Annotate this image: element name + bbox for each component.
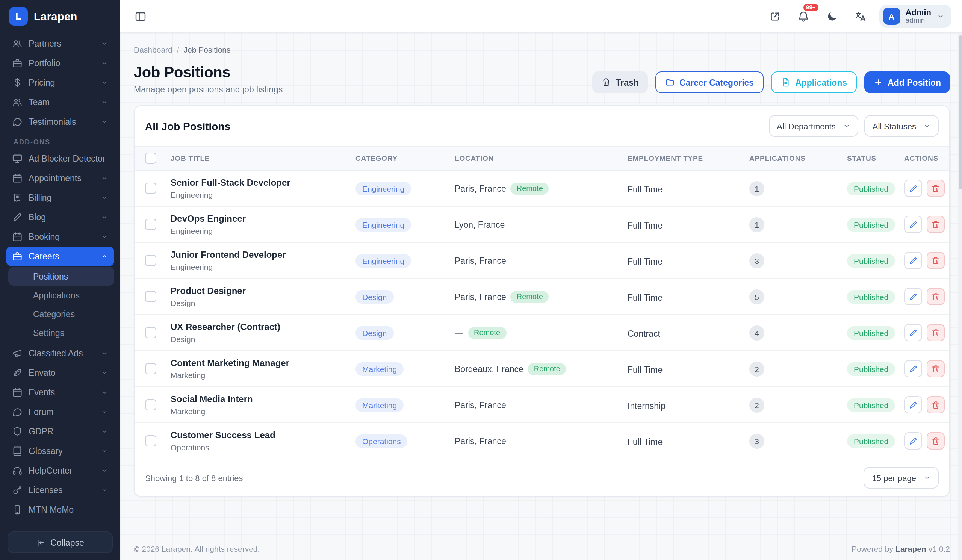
chevron-down-icon — [101, 174, 108, 182]
chevron-down-icon — [101, 98, 108, 106]
breadcrumb: Dashboard / Job Positions — [134, 45, 950, 54]
powered-brand[interactable]: Larapen — [896, 544, 926, 553]
sidebar-item-portfolio[interactable]: Portfolio — [6, 53, 114, 73]
row-checkbox[interactable] — [145, 291, 157, 302]
row-checkbox[interactable] — [145, 327, 157, 338]
sidebar-item-label: Ad Blocker Detector — [29, 154, 106, 163]
notifications-button[interactable]: 99+ — [794, 6, 813, 26]
delete-button[interactable] — [926, 252, 945, 269]
page-subtitle: Manage open positions and job listings — [134, 85, 282, 94]
row-checkbox[interactable] — [145, 255, 157, 266]
chevron-down-icon — [101, 486, 108, 494]
add-position-button[interactable]: Add Position — [864, 71, 950, 93]
add-position-label: Add Position — [888, 78, 941, 87]
edit-button[interactable] — [904, 432, 922, 450]
edit-button[interactable] — [904, 324, 922, 341]
delete-button[interactable] — [926, 432, 945, 450]
sidebar-item-envato[interactable]: Envato — [6, 363, 114, 382]
category-badge: Engineering — [355, 182, 411, 195]
chevron-down-icon — [923, 122, 931, 130]
sidebar-item-gdpr[interactable]: GDPR — [6, 422, 114, 441]
external-link-button[interactable] — [765, 6, 784, 26]
sidebar-subitem-positions[interactable]: Positions — [8, 267, 114, 286]
dark-mode-button[interactable] — [822, 6, 842, 26]
sidebar-item-ad-blocker-detector[interactable]: Ad Blocker Detector — [6, 149, 114, 168]
sidebar-item-glossary[interactable]: Glossary — [6, 441, 114, 461]
edit-button[interactable] — [904, 396, 922, 413]
select-all-checkbox[interactable] — [145, 153, 157, 164]
calendar-icon — [12, 231, 23, 242]
chevron-down-icon — [101, 213, 108, 221]
delete-button[interactable] — [926, 288, 945, 305]
job-title: UX Researcher (Contract) — [171, 322, 344, 332]
remote-badge: Remote — [528, 363, 566, 375]
sidebar-item-helpcenter[interactable]: HelpCenter — [6, 461, 114, 480]
edit-button[interactable] — [904, 360, 922, 378]
departments-filter[interactable]: All Departments — [768, 115, 858, 137]
row-checkbox[interactable] — [145, 182, 157, 194]
row-checkbox[interactable] — [145, 219, 157, 230]
edit-button[interactable] — [904, 180, 922, 197]
brand[interactable]: L Larapen — [0, 0, 120, 32]
row-checkbox[interactable] — [145, 363, 157, 374]
job-department: Design — [171, 334, 344, 344]
app-root: L Larapen Partners Portfolio Pricing Tea… — [0, 0, 962, 560]
sidebar-item-appointments[interactable]: Appointments — [6, 168, 114, 188]
pencil-icon — [909, 292, 918, 301]
scrollbar-thumb[interactable] — [959, 36, 962, 189]
sidebar-item-blog[interactable]: Blog — [6, 207, 114, 227]
trash-button[interactable]: Trash — [592, 71, 648, 93]
delete-button[interactable] — [926, 396, 945, 413]
edit-button[interactable] — [904, 288, 922, 305]
delete-button[interactable] — [926, 216, 945, 233]
sidebar-item-team[interactable]: Team — [6, 92, 114, 112]
sidebar-item-pricing[interactable]: Pricing — [6, 73, 114, 92]
column-location: LOCATION — [449, 146, 621, 170]
per-page-select[interactable]: 15 per page — [864, 467, 939, 489]
sidebar-item-label: Forum — [29, 407, 53, 416]
sidebar-item-partners[interactable]: Partners — [6, 34, 114, 53]
sidebar-item-licenses[interactable]: Licenses — [6, 480, 114, 500]
chevron-down-icon — [101, 389, 108, 396]
brand-logo: L — [9, 7, 28, 26]
applications-button[interactable]: Applications — [771, 71, 857, 93]
sidebar-item-classified-ads[interactable]: Classified Ads — [6, 344, 114, 363]
delete-button[interactable] — [926, 324, 945, 341]
positions-table: JOB TITLE CATEGORY LOCATION EMPLOYMENT T… — [134, 146, 950, 459]
sidebar-item-mtn-momo[interactable]: MTN MoMo — [6, 500, 114, 520]
sidebar-subitem-applications[interactable]: Applications — [8, 286, 114, 304]
sidebar-item-events[interactable]: Events — [6, 382, 114, 402]
avatar: A — [883, 8, 901, 25]
delete-button[interactable] — [926, 360, 945, 378]
powered-prefix: Powered by — [852, 544, 893, 553]
column-category: CATEGORY — [349, 146, 449, 170]
trash-button-label: Trash — [616, 78, 639, 87]
sidebar-item-booking[interactable]: Booking — [6, 227, 114, 247]
sidebar-item-forum[interactable]: Forum — [6, 402, 114, 422]
sidebar-item-testimonials[interactable]: Testimonials — [6, 112, 114, 132]
row-checkbox[interactable] — [145, 435, 157, 447]
sidebar-toggle-button[interactable] — [131, 6, 150, 26]
sidebar-nav: Partners Portfolio Pricing Team Testimon… — [0, 32, 120, 525]
edit-button[interactable] — [904, 252, 922, 269]
sidebar-subitem-categories[interactable]: Categories — [8, 304, 114, 323]
sidebar-subitem-settings[interactable]: Settings — [8, 323, 114, 342]
language-button[interactable] — [851, 6, 870, 26]
career-categories-button[interactable]: Career Categories — [655, 71, 763, 93]
collapse-sidebar-button[interactable]: Collapse — [8, 531, 113, 553]
page-scrollbar[interactable] — [958, 33, 962, 560]
status-badge: Published — [847, 362, 895, 376]
sidebar-item-label: Events — [29, 388, 55, 397]
dollar-icon — [12, 77, 23, 88]
breadcrumb-dashboard[interactable]: Dashboard — [134, 45, 173, 54]
user-menu[interactable]: A Admin admin — [879, 4, 951, 28]
sidebar-item-label: Envato — [29, 368, 56, 378]
row-checkbox[interactable] — [145, 399, 157, 410]
edit-button[interactable] — [904, 216, 922, 233]
statuses-filter[interactable]: All Statuses — [864, 115, 939, 137]
delete-button[interactable] — [926, 180, 945, 197]
chevron-up-icon — [101, 253, 108, 260]
sidebar-item-billing[interactable]: Billing — [6, 188, 114, 207]
sidebar-item-careers[interactable]: Careers — [6, 247, 114, 266]
job-title: Junior Frontend Developer — [171, 250, 344, 260]
